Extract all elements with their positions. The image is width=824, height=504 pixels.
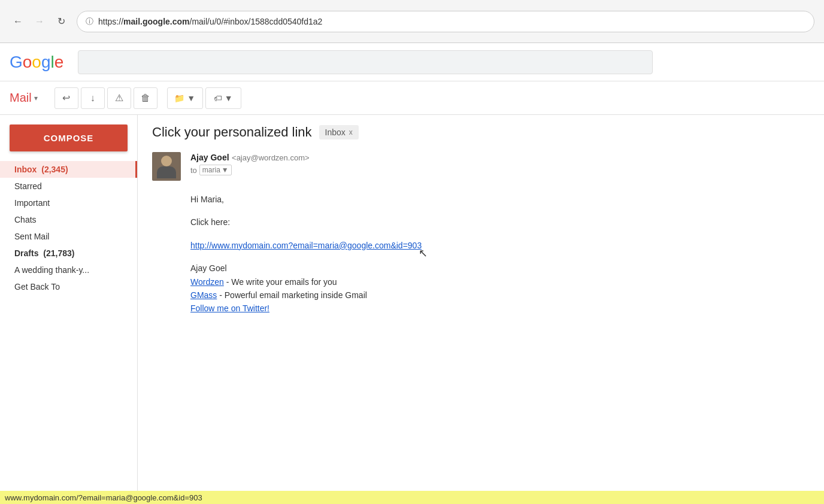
- sidebar-item-drafts[interactable]: Drafts (21,783): [0, 245, 137, 262]
- mail-text: Mail: [10, 91, 32, 105]
- wordzen-link[interactable]: Wordzen: [190, 277, 224, 287]
- logo-o2: o: [32, 53, 41, 72]
- personalized-link[interactable]: http://www.mydomain.com?email=maria@goog…: [190, 241, 422, 250]
- sender-name: Ajay Goel: [190, 153, 229, 162]
- url-domain: mail.google.com: [123, 17, 189, 26]
- sidebar-item-chats[interactable]: Chats: [0, 211, 137, 228]
- delete-button[interactable]: 🗑: [134, 87, 157, 109]
- email-subject: Click your personalized link: [152, 125, 312, 140]
- logo-o1: o: [23, 53, 32, 72]
- sidebar-inbox-label: Inbox: [14, 165, 39, 174]
- signature-gmass-line: GMass - Powerful email marketing inside …: [190, 289, 810, 302]
- to-name: maria: [202, 166, 220, 174]
- sidebar-getback-label: Get Back To: [14, 282, 60, 292]
- sender-info: Ajay Goel <ajay@wordzen.com> to maria ▼: [190, 152, 810, 175]
- body-line1: Click here:: [190, 215, 810, 229]
- gmass-desc: - Powerful email marketing inside Gmail: [217, 290, 367, 300]
- sidebar-drafts-label: Drafts: [14, 248, 41, 258]
- badge-label: Inbox: [325, 127, 346, 137]
- sidebar-drafts-count: (21,783): [43, 248, 74, 258]
- mail-label[interactable]: Mail ▾: [5, 91, 43, 105]
- label-dropdown-arrow: ▼: [225, 93, 233, 103]
- twitter-link[interactable]: Follow me on Twitter!: [190, 303, 269, 313]
- email-content: Click your personalized link Inbox x Aja…: [138, 115, 824, 504]
- gmass-link[interactable]: GMass: [190, 290, 217, 300]
- sidebar-item-getback[interactable]: Get Back To: [0, 278, 137, 295]
- folder-icon: 📁: [174, 93, 184, 103]
- label-icon: 🏷: [214, 93, 222, 103]
- address-bar[interactable]: ⓘ https://mail.google.com/mail/u/0/#inbo…: [77, 11, 814, 32]
- sidebar-item-starred[interactable]: Starred: [0, 178, 137, 195]
- wordzen-desc: - We write your emails for you: [224, 277, 337, 287]
- gmail-header: Google: [0, 43, 824, 81]
- sidebar-item-wedding[interactable]: A wedding thank-y...: [0, 262, 137, 278]
- move-dropdown-arrow: ▼: [187, 93, 195, 103]
- sender-email: <ajay@wordzen.com>: [232, 153, 310, 162]
- sidebar-inbox-count: (2,345): [41, 165, 68, 174]
- reply-button[interactable]: ↩: [54, 87, 78, 109]
- to-line: to maria ▼: [190, 165, 810, 175]
- sidebar-starred-label: Starred: [14, 181, 42, 191]
- url-path: /mail/u/0/#inbox/1588cdd0540fd1a2: [190, 17, 323, 26]
- email-subject-line: Click your personalized link Inbox x: [152, 125, 810, 140]
- spam-button[interactable]: ⚠: [107, 87, 131, 109]
- sidebar-item-inbox[interactable]: Inbox (2,345): [0, 161, 137, 178]
- email-signature: Ajay Goel Wordzen - We write your emails…: [190, 262, 810, 315]
- browser-chrome: ← → ↻ ⓘ https://mail.google.com/mail/u/0…: [0, 0, 824, 43]
- sidebar-important-label: Important: [14, 198, 50, 208]
- logo-g: G: [10, 53, 23, 72]
- to-recipient-dropdown[interactable]: maria ▼: [199, 165, 232, 175]
- sidebar-sent-label: Sent Mail: [14, 232, 49, 241]
- url-prefix: https://: [98, 17, 123, 26]
- badge-close[interactable]: x: [349, 128, 353, 136]
- gmail-toolbar: Mail ▾ ↩ ↓ ⚠ 🗑 📁 ▼ 🏷 ▼: [0, 81, 824, 115]
- signature-wordzen-line: Wordzen - We write your emails for you: [190, 275, 810, 289]
- sidebar-wedding-label: A wedding thank-y...: [14, 265, 89, 275]
- archive-button[interactable]: ↓: [81, 87, 105, 109]
- logo-g2: g: [41, 53, 51, 72]
- search-bar[interactable]: [78, 50, 653, 74]
- back-button[interactable]: ←: [10, 13, 26, 30]
- sidebar-chats-label: Chats: [14, 215, 37, 224]
- inbox-badge: Inbox x: [319, 125, 359, 139]
- sidebar-item-sent[interactable]: Sent Mail: [0, 228, 137, 245]
- status-bar: www.mydomain.com/?email=maria@google.com…: [0, 491, 824, 504]
- to-label: to: [190, 166, 197, 175]
- compose-button[interactable]: COMPOSE: [10, 125, 128, 151]
- sidebar-item-important[interactable]: Important: [0, 195, 137, 211]
- sidebar: COMPOSE Inbox (2,345) Starred Important …: [0, 115, 138, 504]
- signature-twitter-line: Follow me on Twitter!: [190, 302, 810, 315]
- move-to-button[interactable]: 📁 ▼: [167, 87, 203, 109]
- forward-button[interactable]: →: [31, 13, 48, 30]
- gmail-container: Google Mail ▾ ↩ ↓ ⚠ 🗑 📁 ▼ 🏷 ▼ COMPOSE In…: [0, 43, 824, 504]
- signature-name: Ajay Goel: [190, 262, 810, 275]
- refresh-button[interactable]: ↻: [53, 13, 69, 30]
- mail-dropdown-arrow: ▾: [34, 94, 38, 102]
- sender-name-line: Ajay Goel <ajay@wordzen.com>: [190, 152, 810, 163]
- url-text: https://mail.google.com/mail/u/0/#inbox/…: [98, 17, 322, 26]
- to-dropdown-arrow: ▼: [222, 166, 229, 174]
- body-greeting: Hi Maria,: [190, 193, 810, 206]
- google-logo: Google: [10, 53, 63, 72]
- avatar: [152, 152, 181, 181]
- lock-icon: ⓘ: [86, 16, 93, 27]
- label-button[interactable]: 🏷 ▼: [205, 87, 241, 109]
- email-body: Hi Maria, Click here: http://www.mydomai…: [190, 193, 810, 315]
- email-meta: Ajay Goel <ajay@wordzen.com> to maria ▼: [152, 152, 810, 181]
- status-url: www.mydomain.com/?email=maria@google.com…: [5, 493, 202, 502]
- browser-nav-buttons: ← → ↻: [10, 13, 69, 30]
- gmail-main: COMPOSE Inbox (2,345) Starred Important …: [0, 115, 824, 504]
- logo-e: e: [54, 53, 64, 72]
